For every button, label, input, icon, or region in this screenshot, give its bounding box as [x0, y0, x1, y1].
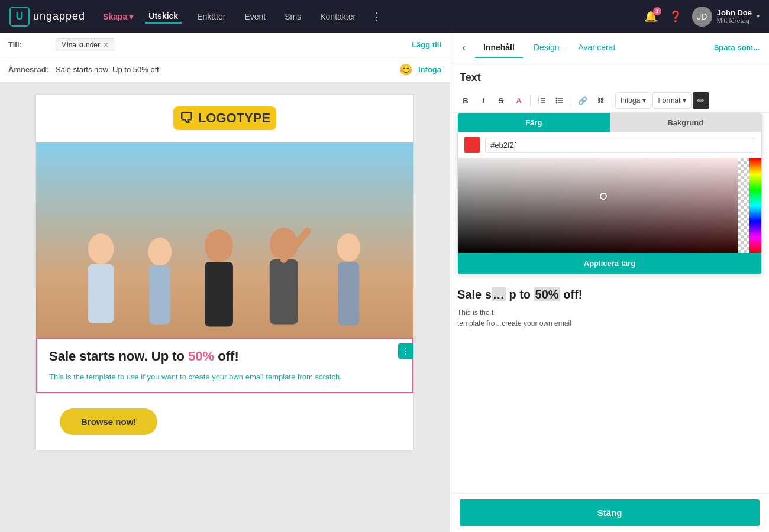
user-name: John Doe — [717, 8, 752, 17]
tab-bakgrund[interactable]: Bakgrund — [610, 113, 762, 132]
ordered-list-icon: 123 — [538, 96, 546, 105]
tab-innehall[interactable]: Innehåll — [475, 38, 523, 58]
right-header: ‹ Innehåll Design Avancerat Spara som... — [450, 33, 769, 63]
help-button[interactable]: ❓ — [667, 8, 684, 25]
unordered-list-icon — [555, 96, 564, 105]
stang-button[interactable]: Stäng — [460, 499, 760, 526]
people-image — [36, 142, 413, 338]
editor-toolbar: B I S A 123 🔗 ⛓ Infoga ▾ Format ▾ ✏ — [450, 89, 769, 113]
strikethrough-button[interactable]: S — [493, 92, 509, 109]
user-chevron-icon: ▾ — [757, 13, 760, 20]
button-block: Browse now! — [36, 393, 413, 450]
to-label: Till: — [8, 40, 56, 49]
svg-point-19 — [556, 100, 558, 102]
nav-enkater[interactable]: Enkäter — [193, 9, 229, 24]
color-row — [458, 132, 761, 158]
svg-rect-4 — [149, 265, 170, 325]
main-area: Till: Mina kunder ✕ Lägg till Ämnesrad: … — [0, 33, 769, 532]
unlink-button[interactable]: ⛓ — [592, 92, 609, 109]
nav-right: 🔔 1 ❓ JD John Doe Mitt företag ▾ — [642, 7, 760, 27]
lagg-till-button[interactable]: Lägg till — [412, 40, 441, 49]
remove-recipient-button[interactable]: ✕ — [103, 41, 109, 49]
nav-utskick[interactable]: Utskick — [145, 9, 182, 24]
smiley-logo-icon: 🗨 — [179, 110, 193, 126]
nav-skapa[interactable]: Skapa ▾ — [103, 12, 133, 21]
subject-input[interactable] — [56, 65, 399, 74]
avatar: JD — [692, 7, 712, 27]
nav-event[interactable]: Event — [241, 9, 269, 24]
infoga-link[interactable]: Infoga — [418, 65, 441, 74]
color-gradient-area[interactable] — [458, 158, 761, 253]
spara-som-button[interactable]: Spara som... — [714, 43, 760, 52]
crowd-svg — [36, 142, 413, 338]
svg-point-3 — [148, 238, 172, 266]
browse-now-button[interactable]: Browse now! — [60, 408, 157, 435]
nav-more-icon[interactable]: ⋮ — [371, 10, 382, 23]
notification-badge: 1 — [653, 7, 661, 15]
svg-point-1 — [88, 233, 114, 264]
logo-area[interactable]: U ungapped — [9, 7, 85, 27]
svg-text:3: 3 — [538, 102, 539, 104]
close-bar: Stäng — [450, 493, 769, 532]
top-navigation: U ungapped Skapa ▾ Utskick Enkäter Event… — [0, 0, 769, 33]
color-picker-tabs: Färg Bakgrund — [458, 113, 761, 132]
toolbar-separator-2 — [571, 95, 571, 106]
notification-bell-button[interactable]: 🔔 1 — [642, 8, 659, 25]
svg-rect-2 — [88, 264, 114, 323]
unordered-list-button[interactable] — [551, 92, 568, 109]
right-panel: ‹ Innehåll Design Avancerat Spara som...… — [450, 33, 769, 532]
tab-farg[interactable]: Färg — [458, 113, 610, 132]
nav-sms[interactable]: Sms — [281, 9, 305, 24]
subject-label: Ämnesrad: — [8, 65, 56, 74]
format-dropdown[interactable]: Format ▾ — [652, 92, 692, 109]
link-button[interactable]: 🔗 — [574, 92, 591, 109]
logo-icon: U — [9, 7, 30, 27]
svg-rect-6 — [205, 262, 233, 327]
logotype-badge: 🗨 LOGOTYPE — [173, 106, 276, 130]
nav-kontakter[interactable]: Kontakter — [316, 9, 359, 24]
apply-color-button[interactable]: Applicera färg — [458, 253, 761, 274]
ordered-list-button[interactable]: 123 — [534, 92, 550, 109]
preview-sale-text: Sale s… p to 50% off! — [457, 286, 762, 303]
skapa-chevron-icon: ▾ — [129, 12, 133, 21]
hue-bar[interactable] — [749, 158, 761, 253]
text-block-menu-button[interactable]: ⋮ — [398, 343, 413, 359]
tab-design[interactable]: Design — [525, 38, 568, 58]
text-content-block[interactable]: ⋮ Sale starts now. Up to 50% off! This i… — [36, 338, 413, 393]
emoji-icon[interactable]: 😊 — [399, 63, 412, 76]
preview-body-text: This is the ttemplate fro…create your ow… — [457, 307, 762, 329]
logo-text: ungapped — [33, 10, 85, 22]
color-swatch[interactable] — [464, 137, 480, 153]
svg-point-10 — [337, 233, 360, 262]
bold-button[interactable]: B — [457, 92, 474, 109]
to-chip[interactable]: Mina kunder ✕ — [56, 38, 114, 51]
sale-heading: Sale starts now. Up to 50% off! — [49, 348, 400, 365]
svg-point-5 — [205, 229, 233, 262]
svg-point-20 — [556, 102, 558, 104]
color-cursor[interactable] — [600, 193, 607, 200]
transparency-bar[interactable] — [738, 158, 749, 253]
pen-tool-button[interactable]: ✏ — [693, 92, 709, 109]
email-image-block[interactable] — [36, 142, 413, 338]
panel-section-title: Text — [450, 63, 769, 89]
text-color-button[interactable]: A — [510, 92, 527, 109]
infoga-chevron-icon: ▾ — [642, 96, 646, 105]
format-chevron-icon: ▾ — [683, 96, 686, 105]
italic-button[interactable]: I — [475, 92, 492, 109]
color-picker-popup: Färg Bakgrund Applicera färg — [457, 113, 762, 274]
hex-input[interactable] — [485, 138, 755, 153]
subject-row: Ämnesrad: 😊 Infoga — [0, 57, 450, 82]
user-info: John Doe Mitt företag — [717, 8, 752, 24]
user-area[interactable]: JD John Doe Mitt företag ▾ — [692, 7, 760, 27]
to-row: Till: Mina kunder ✕ Lägg till — [0, 33, 450, 57]
infoga-dropdown[interactable]: Infoga ▾ — [615, 92, 651, 109]
back-button[interactable]: ‹ — [460, 39, 468, 56]
toolbar-separator-1 — [530, 95, 531, 106]
svg-point-18 — [556, 98, 558, 99]
sale-body-text: This is the template to use if you want … — [49, 371, 400, 383]
text-preview-area: Sale s… p to 50% off! This is the ttempl… — [450, 280, 769, 493]
user-company: Mitt företag — [717, 17, 752, 24]
tab-avancerat[interactable]: Avancerat — [570, 38, 624, 58]
svg-rect-11 — [338, 262, 359, 326]
email-header: 🗨 LOGOTYPE — [36, 95, 413, 142]
